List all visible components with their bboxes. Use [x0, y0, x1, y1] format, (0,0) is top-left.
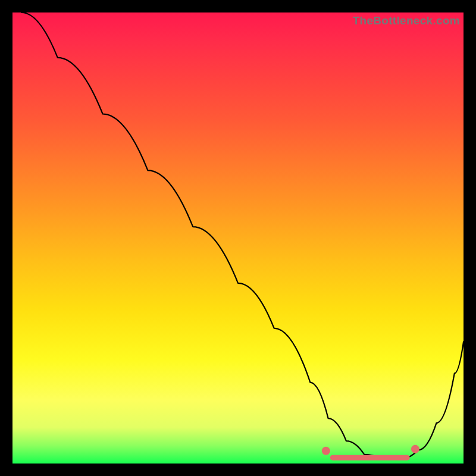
bottleneck-curve	[21, 12, 464, 459]
optimal-range-dot-left	[322, 447, 330, 455]
optimal-range-dot-right	[411, 445, 419, 453]
bottleneck-chart	[12, 12, 464, 464]
chart-area: TheBottleneck.com	[12, 12, 464, 464]
